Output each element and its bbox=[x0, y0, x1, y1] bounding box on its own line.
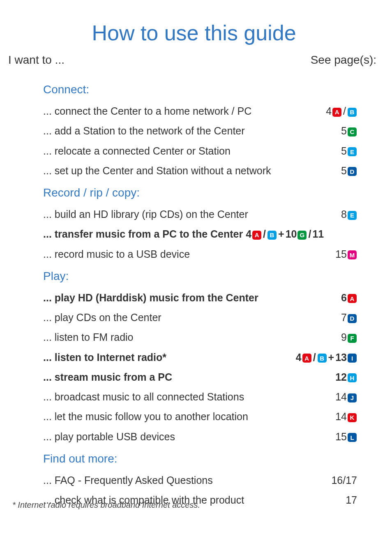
section-heading: Record / rip / copy: bbox=[43, 186, 357, 199]
step-badge-a: A bbox=[348, 294, 357, 303]
page-number: 16/17 bbox=[331, 473, 357, 488]
toc-content: Connect:... connect the Center to a home… bbox=[8, 83, 380, 507]
step-badge-a: A bbox=[252, 231, 261, 240]
toc-row: ... stream music from a PC12H bbox=[43, 370, 357, 384]
page-number: 9 bbox=[341, 330, 347, 345]
section-heading: Play: bbox=[43, 270, 357, 283]
toc-row-label: ... FAQ - Frequently Asked Questions bbox=[43, 473, 331, 488]
step-badge-a: A bbox=[332, 108, 341, 117]
toc-row-label: ... broadcast music to all connected Sta… bbox=[43, 389, 335, 404]
toc-row-label: ... listen to Internet radio* bbox=[43, 350, 296, 365]
page-refs: 12H bbox=[335, 370, 357, 384]
page-refs: 15M bbox=[335, 247, 357, 261]
step-badge-g: G bbox=[297, 231, 307, 240]
toc-row: ... listen to Internet radio*4A/B + 13I bbox=[43, 350, 357, 365]
step-badge-d: D bbox=[348, 167, 357, 176]
toc-row: ... play HD (Harddisk) music from the Ce… bbox=[43, 290, 357, 305]
separator: / bbox=[342, 104, 347, 118]
toc-row: ... record music to a USB device15M bbox=[43, 247, 357, 261]
footnote: * Internet radio requires broadband Inte… bbox=[12, 500, 200, 510]
page-refs: 8E bbox=[341, 207, 357, 222]
step-badge-b: B bbox=[348, 108, 357, 117]
page-number: 5 bbox=[341, 163, 347, 178]
step-badge-k: K bbox=[348, 413, 357, 422]
toc-row-label: ... add a Station to the network of the … bbox=[43, 123, 341, 138]
header-right: See page(s): bbox=[311, 53, 376, 67]
separator: / bbox=[307, 227, 312, 241]
page-number: 15 bbox=[335, 247, 347, 261]
page-number: 5 bbox=[341, 123, 347, 138]
toc-row: ... add a Station to the network of the … bbox=[43, 123, 357, 138]
toc-row: ... set up the Center and Station withou… bbox=[43, 163, 357, 178]
section-heading: Connect: bbox=[43, 83, 357, 96]
page-number: 8 bbox=[341, 207, 347, 222]
page-refs: 5E bbox=[341, 143, 357, 158]
page-refs: 4A/B + 13I bbox=[296, 350, 357, 365]
page-refs: 4A/B + 10G/11 bbox=[246, 227, 324, 241]
page-number: 14 bbox=[335, 389, 347, 404]
page-refs: 6A bbox=[341, 290, 357, 305]
toc-row-label: ... let the music follow you to another … bbox=[43, 409, 335, 424]
toc-row-label: ... listen to FM radio bbox=[43, 330, 341, 345]
page-number: 4 bbox=[326, 104, 332, 118]
toc-row-label: ... play portable USB devices bbox=[43, 429, 335, 444]
toc-row-label: ... record music to a USB device bbox=[43, 247, 335, 261]
toc-row-label: ... play CDs on the Center bbox=[43, 310, 341, 325]
step-badge-e: E bbox=[348, 211, 357, 220]
page-refs: 9F bbox=[341, 330, 357, 345]
page-number: 4 bbox=[296, 350, 302, 365]
page-number: 7 bbox=[341, 310, 347, 325]
page-number: 6 bbox=[341, 290, 347, 305]
page-refs: 17 bbox=[346, 493, 357, 507]
step-badge-a: A bbox=[302, 354, 311, 363]
page-number: 15 bbox=[335, 429, 347, 444]
toc-row-label: ... set up the Center and Station withou… bbox=[43, 163, 341, 178]
page-number: 4 bbox=[246, 227, 251, 241]
toc-row-label: ... stream music from a PC bbox=[43, 370, 335, 384]
toc-row-label: ... play HD (Harddisk) music from the Ce… bbox=[43, 290, 341, 305]
separator: / bbox=[262, 227, 267, 241]
page-refs: 4A/B bbox=[326, 104, 357, 118]
toc-row: ... transfer music from a PC to the Cent… bbox=[43, 227, 357, 241]
page-number: 10 bbox=[286, 227, 297, 241]
page-refs: 5D bbox=[341, 163, 357, 178]
toc-row-label: ... build an HD library (rip CDs) on the… bbox=[43, 207, 341, 222]
toc-row: ... play CDs on the Center7D bbox=[43, 310, 357, 325]
step-badge-h: H bbox=[348, 373, 357, 382]
toc-row: ... FAQ - Frequently Asked Questions16/1… bbox=[43, 473, 357, 488]
toc-row-label: ... transfer music from a PC to the Cent… bbox=[43, 227, 357, 241]
toc-row: ... connect the Center to a home network… bbox=[43, 104, 357, 118]
step-badge-b: B bbox=[267, 231, 277, 240]
separator: + bbox=[277, 227, 285, 241]
page-number: 12 bbox=[335, 370, 347, 384]
toc-row: ... let the music follow you to another … bbox=[43, 409, 357, 424]
page-refs: 7D bbox=[341, 310, 357, 325]
page-refs: 5C bbox=[341, 123, 357, 138]
header-left: I want to ... bbox=[8, 53, 65, 67]
toc-row: ... relocate a connected Center or Stati… bbox=[43, 143, 357, 158]
page-number: 13 bbox=[335, 350, 347, 365]
step-badge-b: B bbox=[318, 354, 327, 363]
step-badge-c: C bbox=[348, 127, 357, 136]
page-title: How to use this guide bbox=[8, 21, 380, 45]
page-number: 5 bbox=[341, 143, 347, 158]
page-number: 14 bbox=[335, 409, 347, 424]
step-badge-l: L bbox=[348, 433, 357, 442]
toc-row: ... build an HD library (rip CDs) on the… bbox=[43, 207, 357, 222]
separator: / bbox=[312, 350, 317, 365]
step-badge-j: J bbox=[348, 393, 357, 402]
column-header-row: I want to ... See page(s): bbox=[8, 53, 380, 67]
separator: + bbox=[327, 350, 335, 365]
toc-row: ... broadcast music to all connected Sta… bbox=[43, 389, 357, 404]
step-badge-i: I bbox=[348, 354, 357, 363]
step-badge-m: M bbox=[348, 250, 357, 259]
toc-row: ... play portable USB devices15L bbox=[43, 429, 357, 444]
page-number: 11 bbox=[312, 227, 324, 241]
step-badge-f: F bbox=[348, 334, 357, 343]
toc-row-label: ... relocate a connected Center or Stati… bbox=[43, 143, 341, 158]
step-badge-e: E bbox=[348, 147, 357, 156]
toc-row-label: ... connect the Center to a home network… bbox=[43, 104, 326, 118]
section-heading: Find out more: bbox=[43, 452, 357, 465]
step-badge-d: D bbox=[348, 314, 357, 323]
page-refs: 15L bbox=[335, 429, 357, 444]
